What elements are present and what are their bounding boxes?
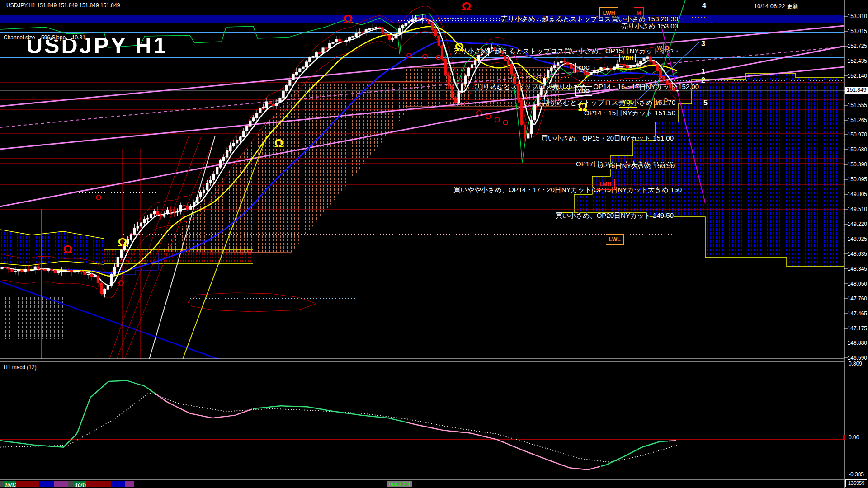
ichimoku-cloud xyxy=(160,81,432,253)
price-axis-label: 149.805 xyxy=(848,191,867,197)
level-label-box-ydo: YDO xyxy=(575,86,592,96)
session-segment xyxy=(0,481,4,487)
level-label-box-lwh: LWH xyxy=(599,7,618,19)
circle-marker-icon xyxy=(422,54,428,59)
price-axis-label: 152.140 xyxy=(848,73,867,79)
macd-zero-flag xyxy=(843,435,845,440)
level-label-box-ydl: YDL xyxy=(619,97,637,108)
circle-marker-icon xyxy=(118,280,124,286)
session-segment xyxy=(68,481,74,487)
window-title-quote: USDJPY,H1 151.849 151.849 151.849 151.84… xyxy=(6,2,120,9)
annotation-text: 買い小さめ、OP20日NYカット 149.50 xyxy=(556,211,674,220)
annotation-text: 買いやや小さめ、OP14・17・20日NYカット/OP15日NYカット大きめ 1… xyxy=(453,186,682,194)
omega-signal-icon: Ω xyxy=(63,244,73,255)
circle-marker-icon xyxy=(96,195,101,200)
omega-signal-icon: Ω xyxy=(455,41,464,53)
channel-info-label: Channel size = 596 Slope = 10.31 xyxy=(4,34,85,41)
price-axis-label: 152.725 xyxy=(848,43,867,49)
price-axis-label: 153.015 xyxy=(848,28,867,34)
wave-number: 5 xyxy=(703,99,708,107)
macd-pane xyxy=(0,380,844,469)
macd-main-line xyxy=(407,422,600,470)
level-label-box-ydc: YDC xyxy=(575,63,592,72)
session-segment xyxy=(86,481,111,487)
macd-axis-label: 0.00 xyxy=(849,434,859,441)
session-segment: 10/13 xyxy=(4,481,16,487)
omega-signal-icon: Ω xyxy=(274,137,284,149)
macd-main-line xyxy=(669,441,676,441)
macd-main-line xyxy=(601,441,668,466)
annotation-text: OP14・15日NYカット 151.50 xyxy=(584,109,675,117)
last-updated-timestamp: 10/14 06:22 更新 xyxy=(754,2,798,10)
macd-indicator-label: H1 macd (12) xyxy=(4,364,37,371)
price-axis-label: 150.095 xyxy=(848,176,867,183)
session-segment xyxy=(134,481,844,487)
price-axis-label: 151.555 xyxy=(848,102,867,108)
omega-signal-icon: Ω xyxy=(462,0,472,12)
macd-main-line xyxy=(0,380,156,447)
price-axis-label: 150.680 xyxy=(848,146,867,153)
annotation-text: 売り小さめ 153.00 xyxy=(621,22,678,31)
tick-counter: 135959 xyxy=(845,479,867,487)
price-axis-label: 152.435 xyxy=(848,58,867,64)
circle-marker-icon xyxy=(486,114,491,119)
price-axis-label: 149.510 xyxy=(848,206,867,212)
session-segment xyxy=(39,481,54,487)
price-axis-label: 151.265 xyxy=(848,117,867,123)
level-label-box-ydh: YDH xyxy=(619,54,636,62)
price-axis-label: 148.925 xyxy=(848,236,867,242)
price-axis-label: 148.635 xyxy=(848,251,867,257)
level-label-box-lwl: LWL xyxy=(606,234,624,245)
session-segment: 10/14 xyxy=(74,481,86,487)
annotation-text: 買い小さめ、OP15・20日NYカット 151.00 xyxy=(541,134,674,143)
date-label: 10/13 xyxy=(5,483,17,488)
circle-marker-icon xyxy=(406,53,412,58)
price-axis-label: 153.310 xyxy=(848,13,867,19)
omega-signal-icon: Ω xyxy=(118,236,127,248)
macd-main-line xyxy=(253,406,407,422)
circle-marker-icon xyxy=(503,120,508,125)
level-label-box-d: D xyxy=(662,95,670,105)
wave-number: 3 xyxy=(701,40,705,48)
wave-number: 1 xyxy=(701,68,705,76)
price-axis-label: 147.175 xyxy=(848,325,867,332)
circle-marker-icon xyxy=(476,110,482,116)
mt4-chart-window: USDJPY,H1 151.849 151.849 151.849 151.84… xyxy=(0,0,868,488)
price-axis-label: 149.220 xyxy=(848,221,867,227)
annotation-text: 売り小さめ・超えるとストップロス買い小さめ、OP15日NYカットやや・ xyxy=(454,47,680,56)
ichimoku-cloud xyxy=(2,296,63,339)
circle-marker-icon xyxy=(495,117,500,122)
price-axis-label: 148.050 xyxy=(848,281,867,287)
level-label-box-w: W xyxy=(654,98,662,108)
price-axis-label: 150.970 xyxy=(848,131,867,138)
price-axis-label: 148.345 xyxy=(848,266,867,272)
wave-number: 4 xyxy=(702,2,706,10)
session-segment xyxy=(54,481,68,487)
level-label-box-d: D xyxy=(663,42,671,54)
macd-toggle-button[interactable]: macd ON xyxy=(387,481,412,487)
price-axis-label: 150.390 xyxy=(848,161,867,168)
timeline-session-strip[interactable]: 10/1310/14 xyxy=(0,481,844,487)
session-segment xyxy=(125,481,134,487)
level-label-box-m: M xyxy=(634,7,644,19)
session-segment xyxy=(16,481,39,487)
circle-marker-icon xyxy=(436,55,441,60)
macd-main-line xyxy=(156,394,252,418)
price-axis-label: 146.590 xyxy=(848,355,867,361)
omega-signal-icon: Ω xyxy=(578,101,588,113)
annotation-text: OP16日NY大きめ 150.50 xyxy=(598,162,675,170)
omega-signal-icon: Ω xyxy=(344,13,353,25)
session-segment xyxy=(111,481,125,487)
chart-canvas xyxy=(0,0,868,488)
price-axis-label: 146.880 xyxy=(848,340,867,346)
wave-number: 2 xyxy=(701,76,705,84)
price-axis-label: 147.760 xyxy=(848,296,867,302)
level-label-box-lmh: LMH xyxy=(596,179,615,190)
current-price-badge: 151.849 xyxy=(845,87,868,94)
macd-axis-label: 0.809 xyxy=(849,361,862,367)
price-axis[interactable]: 153.310153.015152.725152.435152.140151.5… xyxy=(845,0,868,488)
price-axis-label: 147.465 xyxy=(848,310,867,317)
macd-axis-label: -0.385 xyxy=(849,471,864,478)
macd-signal-line xyxy=(0,393,677,462)
